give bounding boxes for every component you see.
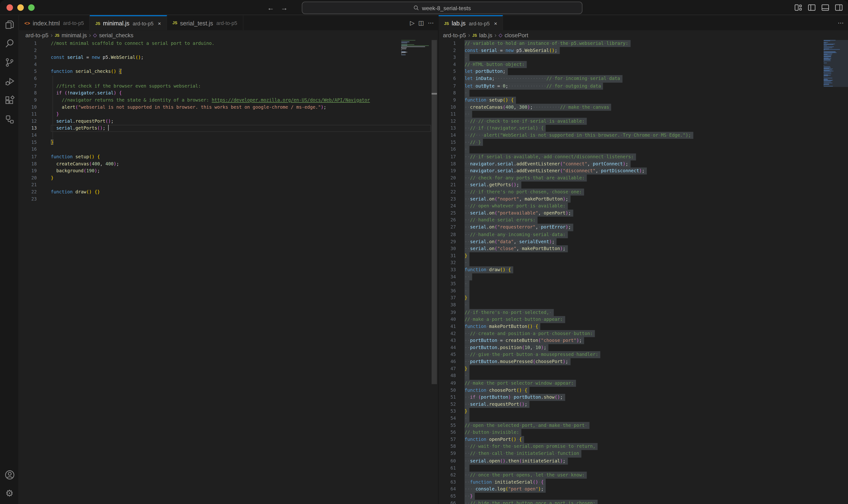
code-line[interactable]: 12··//·//·check·to·see·if·serial·is·avai… [438,118,848,125]
split-editor-icon[interactable]: ◫ [418,19,424,26]
minimize-window-button[interactable] [17,4,24,11]
code-line[interactable]: 15} [19,139,438,146]
command-center-search[interactable]: week-8_serial-tests [302,2,583,14]
code-line[interactable]: 22function draw() {} [19,188,438,196]
code-line[interactable]: 61· [438,464,848,471]
code-line[interactable]: 11 } [19,111,438,118]
more-actions-icon[interactable]: ⋯ [428,19,434,26]
more-actions-icon[interactable]: ⋯ [838,19,844,26]
code-line[interactable]: 11·· [438,111,848,118]
tab-index.html[interactable]: <>index.htmlard-to-p5 [19,15,90,30]
code-line[interactable]: 3· [438,54,848,61]
code-line[interactable]: 6 [19,75,438,83]
run-icon[interactable]: ▷ [410,19,415,26]
code-line[interactable]: 10··createCanvas(400,·300);··········//·… [438,104,848,111]
code-line[interactable]: 36· [438,288,848,295]
code-line[interactable]: 4//·HTML·button·object: [438,61,848,68]
code-line[interactable]: 5function serial_checks() { [19,68,438,75]
close-tab-icon[interactable]: × [158,20,161,26]
zoom-window-button[interactable] [28,4,34,11]
code-line[interactable]: 19 background(190); [19,167,438,175]
code-line[interactable]: 1//most minimal scaffold to connect a se… [19,40,438,47]
code-line[interactable]: 56//·button·invisible: [438,429,848,436]
code-line[interactable]: 19··navigator.serial.addEventListener("d… [438,167,848,175]
code-line[interactable]: 53} [438,408,848,415]
code-line[interactable]: 3const serial = new p5.WebSerial(); [19,54,438,61]
code-line[interactable]: 16· [438,146,848,153]
code-line[interactable]: 16 [19,146,438,153]
source-control-icon[interactable] [0,53,19,72]
code-line[interactable]: 28··//·handle·any·incoming·serial·data: [438,231,848,238]
extensions-icon[interactable] [0,91,19,110]
toggle-panel-right-icon[interactable] [834,3,843,12]
code-line[interactable]: 35· [438,281,848,288]
code-line[interactable]: 29··serial.on("data",·serialEvent); [438,238,848,245]
code-line[interactable]: 58··//·wait·for·the·serial.open·promise·… [438,443,848,450]
breadcrumb-item[interactable]: lab.js [479,32,492,38]
code-line[interactable]: 37} [438,295,848,302]
code-line[interactable]: 4 [19,61,438,68]
breadcrumb-item[interactable]: minimal.js [62,32,87,38]
code-line[interactable]: 18··navigator.serial.addEventListener("c… [438,160,848,167]
code-line[interactable]: 47} [438,365,848,373]
code-line[interactable]: 38· [438,302,848,309]
tab-minimal.js[interactable]: JSminimal.jsard-to-p5× [90,15,167,30]
code-line[interactable]: 6let·inData;···················//·for·in… [438,75,848,83]
code-line[interactable]: 7 //first check if the browser even supp… [19,82,438,89]
editor-right[interactable]: 1//·variable·to·hold·an·instance·of·the·… [438,40,848,504]
references-icon[interactable] [0,110,19,129]
close-window-button[interactable] [6,4,13,11]
explorer-icon[interactable] [0,15,19,34]
code-line[interactable]: 9function·setup()·{ [438,96,848,104]
code-line[interactable]: 31} [438,252,848,259]
code-line[interactable]: 50function·choosePort()·{ [438,386,848,394]
minimap[interactable] [401,40,431,504]
breadcrumb-item[interactable]: serial_checks [99,32,134,38]
code-line[interactable]: 41function·makePortButton()·{ [438,323,848,330]
code-line[interactable]: 42··//·create·and·position·a·port·choose… [438,330,848,337]
back-arrow-icon[interactable]: ← [267,3,274,12]
code-line[interactable]: 18 createCanvas(400, 400); [19,160,438,167]
code-line[interactable]: 20··//·check·for·any·ports·that·are·avai… [438,175,848,181]
toggle-panel-left-icon[interactable] [807,3,816,12]
search-sidebar-icon[interactable] [0,34,19,53]
code-line[interactable]: 24··//·open·whatever·port·is·available: [438,203,848,210]
code-line[interactable]: 48· [438,373,848,380]
code-line[interactable]: 14··//···alert("WebSerial·is·not·support… [438,132,848,139]
code-line[interactable]: 32· [438,259,848,267]
code-line[interactable]: 65··} [438,492,848,500]
code-line[interactable]: 30··serial.on("close",·makePortButton); [438,245,848,252]
code-line[interactable]: 17function setup() { [19,153,438,160]
code-line[interactable]: 52··serial.requestPort(); [438,401,848,408]
code-line[interactable]: 64····console.log("port·open"); [438,486,848,493]
code-line[interactable]: 27··serial.on("requesterror",·portError)… [438,224,848,231]
code-line[interactable]: 13 serial.getPorts(); [19,125,438,132]
forward-arrow-icon[interactable]: → [281,3,288,12]
code-line[interactable]: 2const·serial·=·new·p5.WebSerial(); [438,47,848,54]
code-line[interactable]: 9 //navigator returns the state & identi… [19,96,438,104]
tab-serial_test.js[interactable]: JSserial_test.jsard-to-p5 [167,15,243,30]
code-line[interactable]: 12 serial.requestPort(); [19,118,438,125]
code-line[interactable]: 59··//·then·call·the·initiateSerial·func… [438,450,848,457]
customize-layout-icon[interactable] [794,3,802,12]
code-line[interactable]: 15··//·} [438,139,848,146]
vertical-scrollbar[interactable] [432,40,437,384]
code-line[interactable]: 20} [19,175,438,181]
code-line[interactable]: 49//·make·the·port·selector·window·appea… [438,379,848,386]
code-line[interactable]: 5let·portButton; [438,68,848,75]
code-line[interactable]: 17··//·if·serial·is·available,·add·conne… [438,153,848,160]
code-line[interactable]: 51··if·(portButton)·portButton.show(); [438,394,848,401]
run-and-debug-icon[interactable] [0,72,19,91]
code-line[interactable]: 10 alert("webserial is not supported in … [19,104,438,111]
code-line[interactable]: 39//·if·there's·no·port·selected,· [438,309,848,316]
code-line[interactable]: 55//·open·the·selected·port,·and·make·th… [438,422,848,429]
code-line[interactable]: 21 [19,181,438,188]
code-line[interactable]: 25··serial.on("portavailable",·openPort)… [438,210,848,217]
breadcrumb-item[interactable]: ard-to-p5 [25,32,49,38]
breadcrumb-item[interactable]: closePort [504,32,528,38]
code-line[interactable]: 43··portButton·=·createButton("choose·po… [438,337,848,344]
code-line[interactable]: 26··//·handle·serial·errors: [438,217,848,224]
code-line[interactable]: 66··//·hide·the·port·button·once·a·port·… [438,500,848,504]
code-line[interactable]: 62··//·once·the·port·opens,·let·the·user… [438,471,848,479]
code-line[interactable]: 45··//·give·the·port·button·a·mousepress… [438,351,848,358]
